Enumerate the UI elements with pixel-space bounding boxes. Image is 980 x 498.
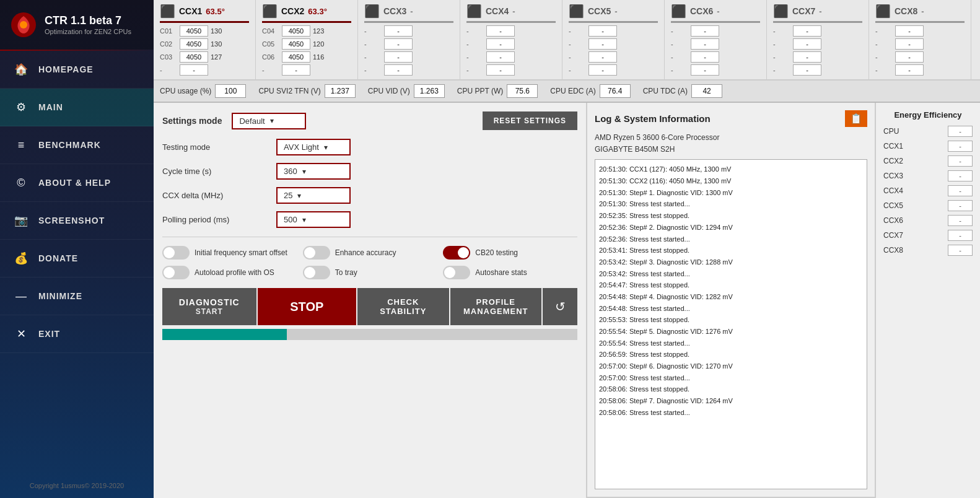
core-row: - - — [773, 38, 862, 50]
log-entry: 20:52:35: Stress test stopped. — [599, 210, 863, 222]
donate-icon: 💰 — [12, 250, 30, 267]
chevron-down-icon: ▾ — [270, 116, 274, 125]
check-stability-button[interactable]: CHECK STABILITY — [357, 288, 449, 325]
ccx-delta-label: CCX delta (MHz) — [162, 191, 268, 200]
toggle-grid: Initial frequency smart offset Enhance a… — [162, 246, 577, 279]
sidebar-item-exit[interactable]: ✕ EXIT — [0, 315, 154, 353]
log-header: Log & System Information 📋 — [595, 110, 867, 127]
sidebar-item-main[interactable]: ⚙ MAIN — [0, 89, 154, 126]
refresh-button[interactable]: ↺ — [543, 288, 577, 325]
core-row: - - — [466, 64, 556, 76]
exit-icon: ✕ — [12, 325, 30, 343]
sidebar-item-about-help[interactable]: © ABOUT & HELP — [0, 164, 154, 202]
polling-dropdown[interactable]: 500 ▾ — [276, 211, 351, 228]
toggle-label: Enhance accuracy — [335, 248, 396, 257]
main-content: ⬛ CCX1 63.5° C01 4050 130 C02 4050 130 C… — [154, 0, 980, 498]
reset-settings-button[interactable]: RESET SETTINGS — [483, 111, 577, 130]
sidebar-header: CTR 1.1 beta 7 Optimization for ZEN2 CPU… — [0, 0, 154, 50]
core-row: - - — [773, 64, 862, 76]
toggle-knob — [444, 267, 455, 278]
log-copy-button[interactable]: 📋 — [845, 110, 867, 127]
efficiency-rows: CPU - CCX1 - CCX2 - CCX3 - CCX4 - CCX5 -… — [883, 126, 973, 256]
chevron-down-icon-3: ▾ — [302, 167, 306, 176]
log-entry: 20:51:30: Step# 1. Diagnostic VID: 1300 … — [599, 187, 863, 199]
sidebar-item-screenshot[interactable]: 📷 SCREENSHOT — [0, 202, 154, 240]
ccx-header: ⬛ CCX2 63.3° — [262, 4, 351, 23]
ccx-header: ⬛ CCX6 - — [671, 4, 760, 23]
core-row: - - — [569, 64, 658, 76]
core-row: - - — [671, 64, 760, 76]
sidebar-item-homepage[interactable]: 🏠 HOMEPAGE — [0, 51, 154, 89]
about-help-icon: © — [12, 174, 30, 191]
core-row: - - — [466, 38, 556, 50]
status-item: CPU usage (%) 100 — [160, 84, 246, 98]
main-icon: ⚙ — [12, 98, 30, 116]
chevron-down-icon-5: ▾ — [302, 216, 306, 224]
cpu-icon: ⬛ — [875, 4, 891, 19]
ccx-panel-ccx8: ⬛ CCX8 - - - - - - - - - — [869, 0, 971, 79]
log-entry: 20:57:00: Step# 6. Diagnostic VID: 1270 … — [599, 360, 863, 372]
ccx-panel-ccx5: ⬛ CCX5 - - - - - - - - - — [562, 0, 665, 79]
right-container: Log & System Information 📋 AMD Ryzen 5 3… — [587, 103, 980, 498]
profile-management-button[interactable]: PROFILE MANAGEMENT — [450, 288, 542, 325]
diagnostic-button[interactable]: DIAGNOSTIC START — [162, 288, 256, 325]
toggle-to-tray[interactable] — [303, 266, 330, 279]
ccx-delta-dropdown[interactable]: 25 ▾ — [276, 187, 351, 204]
ccx-header: ⬛ CCX8 - — [875, 4, 965, 23]
testing-mode-dropdown[interactable]: AVX Light ▾ — [276, 139, 351, 155]
ccx-panel-ccx1: ⬛ CCX1 63.5° C01 4050 130 C02 4050 130 C… — [154, 0, 256, 79]
core-row: C01 4050 130 — [160, 25, 249, 37]
settings-mode-dropdown[interactable]: Default ▾ — [232, 113, 306, 129]
sidebar-item-label: DONATE — [38, 253, 78, 263]
toggle-autoload[interactable] — [162, 266, 190, 279]
right-row: Log & System Information 📋 AMD Ryzen 5 3… — [587, 103, 980, 498]
polling-value: 500 — [284, 215, 297, 224]
sidebar-item-label: BENCHMARK — [38, 140, 101, 150]
sidebar-item-minimize[interactable]: — MINIMIZE — [0, 277, 154, 315]
cycle-time-dropdown[interactable]: 360 ▾ — [276, 163, 351, 180]
svg-point-1 — [20, 21, 27, 28]
log-entry: 20:54:47: Stress test stopped. — [599, 279, 863, 291]
toggle-autoshare[interactable] — [443, 266, 470, 279]
sidebar-item-donate[interactable]: 💰 DONATE — [0, 240, 154, 277]
sidebar: CTR 1.1 beta 7 Optimization for ZEN2 CPU… — [0, 0, 154, 498]
ccx-delta-value: 25 — [284, 191, 292, 200]
sidebar-item-label: ABOUT & HELP — [38, 178, 111, 188]
log-entry: 20:54:48: Step# 4. Diagnostic VID: 1282 … — [599, 291, 863, 303]
testing-mode-value: AVX Light — [284, 142, 319, 152]
toggle-freq-smart[interactable] — [162, 246, 190, 260]
core-row: - - — [262, 64, 351, 76]
efficiency-title: Energy Efficiency — [883, 110, 973, 120]
log-entry: 20:53:41: Stress test stopped. — [599, 245, 863, 256]
ccx-header: ⬛ CCX1 63.5° — [160, 4, 249, 23]
toggle-cb20[interactable] — [443, 246, 470, 260]
sidebar-item-benchmark[interactable]: ≡ BENCHMARK — [0, 126, 154, 164]
efficiency-panel: Energy Efficiency CPU - CCX1 - CCX2 - CC… — [875, 103, 980, 498]
core-row: - - — [875, 51, 965, 63]
settings-mode-value: Default — [239, 116, 265, 126]
log-sysinfo: AMD Ryzen 5 3600 6-Core Processor GIGABY… — [595, 132, 867, 155]
ccx-bar: ⬛ CCX1 63.5° C01 4050 130 C02 4050 130 C… — [154, 0, 980, 81]
ccx-header: ⬛ CCX4 - — [466, 4, 556, 23]
toggle-enhance-acc[interactable] — [303, 246, 330, 260]
log-entry: 20:53:42: Step# 3. Diagnostic VID: 1288 … — [599, 256, 863, 268]
core-row: - - — [160, 64, 249, 76]
core-row: C04 4050 123 — [262, 25, 351, 37]
minimize-icon: — — [12, 287, 30, 305]
core-row: - - — [875, 25, 965, 37]
core-row: - - — [875, 38, 965, 50]
status-item: CPU VID (V) 1.263 — [368, 84, 445, 98]
efficiency-row: CCX3 - — [883, 170, 973, 181]
ccx-panel-ccx4: ⬛ CCX4 - - - - - - - - - — [460, 0, 562, 79]
ccx-panel-ccx2: ⬛ CCX2 63.3° C04 4050 123 C05 4050 120 C… — [256, 0, 358, 79]
stop-button[interactable]: STOP — [258, 288, 357, 325]
log-panel: Log & System Information 📋 AMD Ryzen 5 3… — [587, 103, 875, 498]
ccx-panel-ccx6: ⬛ CCX6 - - - - - - - - - — [665, 0, 767, 79]
toggle-knob — [164, 267, 175, 278]
log-content[interactable]: 20:51:30: CCX1 (127): 4050 MHz, 1300 mV2… — [595, 159, 867, 489]
ccx-header: ⬛ CCX3 - — [364, 4, 453, 23]
progress-fill — [162, 329, 287, 340]
app-logo — [10, 11, 37, 38]
toggle-knob — [164, 247, 175, 258]
log-entry: 20:54:48: Stress test started... — [599, 303, 863, 315]
